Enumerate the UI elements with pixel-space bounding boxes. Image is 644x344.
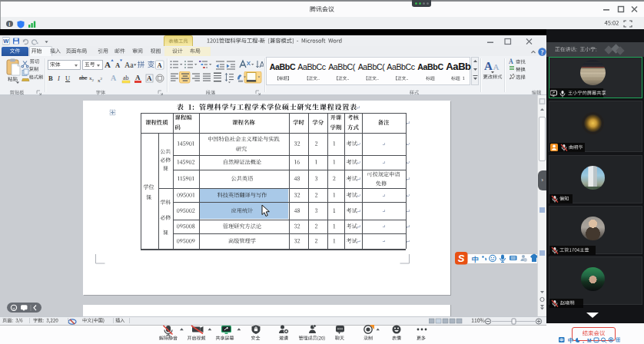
svg-text:M: M (587, 338, 591, 343)
svg-text:S: S (458, 253, 465, 264)
svg-text:中: 中 (568, 337, 574, 343)
svg-text:,: , (583, 338, 584, 344)
svg-text:中: 中 (472, 255, 479, 263)
